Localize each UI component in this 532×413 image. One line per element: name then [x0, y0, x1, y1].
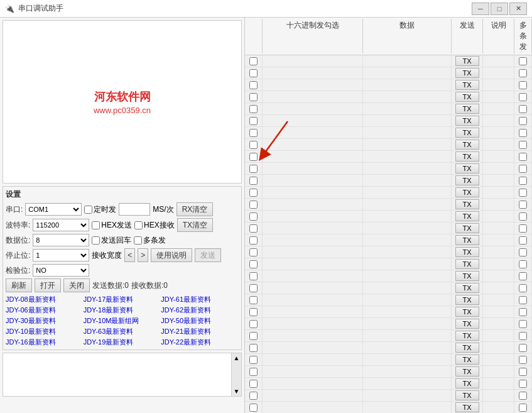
data-bits-select[interactable]: 5678	[33, 234, 89, 246]
send-row-tx-button[interactable]: TX	[455, 68, 479, 78]
send-row-multi-checkbox[interactable]	[519, 320, 527, 328]
send-row-hex-checkbox[interactable]	[249, 332, 258, 340]
send-row-hex-checkbox[interactable]	[249, 105, 258, 113]
send-row-hex-checkbox[interactable]	[249, 165, 258, 173]
send-row-tx-button[interactable]: TX	[455, 211, 479, 221]
send-row-data-input[interactable]	[364, 104, 450, 114]
send-row-multi-checkbox[interactable]	[519, 129, 527, 137]
link-item[interactable]: JDY-22最新资料	[161, 338, 239, 347]
send-row-multi-checkbox[interactable]	[519, 141, 527, 149]
send-row-note-input[interactable]	[484, 402, 513, 412]
send-row-tx-button[interactable]: TX	[455, 163, 479, 173]
send-row-hex-checkbox[interactable]	[249, 392, 258, 400]
send-row-data-input[interactable]	[364, 343, 450, 353]
link-item[interactable]: JDY-10M最新组网	[84, 316, 161, 326]
send-row-tx-button[interactable]: TX	[455, 151, 479, 162]
rx-clear-button[interactable]: RX清空	[176, 202, 214, 216]
send-row-tx-button[interactable]: TX	[455, 116, 479, 126]
send-row-note-input[interactable]	[484, 116, 513, 126]
send-row-hex-checkbox[interactable]	[249, 69, 258, 77]
send-row-note-input[interactable]	[484, 271, 513, 281]
send-row-hex-checkbox[interactable]	[249, 224, 258, 233]
send-row-hex-checkbox[interactable]	[249, 344, 258, 352]
send-row-hex-checkbox[interactable]	[249, 308, 258, 316]
maximize-button[interactable]: □	[491, 3, 508, 15]
send-row-hex-checkbox[interactable]	[249, 129, 258, 137]
send-row-multi-checkbox[interactable]	[519, 105, 527, 113]
send-row-tx-button[interactable]: TX	[455, 307, 479, 317]
send-row-multi-checkbox[interactable]	[519, 272, 527, 280]
send-row-tx-button[interactable]: TX	[455, 199, 479, 209]
send-row-data-input[interactable]	[364, 92, 450, 102]
send-row-note-input[interactable]	[484, 68, 513, 78]
send-row-note-input[interactable]	[484, 295, 513, 305]
send-row-data-input[interactable]	[364, 390, 450, 400]
send-row-tx-button[interactable]: TX	[455, 271, 479, 281]
send-row-data-input[interactable]	[364, 140, 450, 150]
send-row-hex-checkbox[interactable]	[249, 153, 258, 161]
link-item[interactable]: JDY-30最新资料	[6, 316, 84, 326]
multi-send-checkbox[interactable]	[134, 236, 142, 245]
send-row-note-input[interactable]	[484, 80, 513, 90]
send-row-hex-checkbox[interactable]	[249, 212, 258, 221]
usage-help-button[interactable]: 使用说明	[151, 248, 192, 262]
send-row-data-input[interactable]	[364, 295, 450, 305]
send-row-data-input[interactable]	[364, 151, 450, 162]
send-row-data-input[interactable]	[364, 283, 450, 293]
send-row-note-input[interactable]	[484, 390, 513, 400]
send-row-data-input[interactable]	[364, 116, 450, 126]
send-row-note-input[interactable]	[484, 104, 513, 114]
send-row-multi-checkbox[interactable]	[519, 260, 527, 268]
send-row-hex-checkbox[interactable]	[249, 57, 258, 65]
send-row-tx-button[interactable]: TX	[455, 390, 479, 400]
send-row-tx-button[interactable]: TX	[455, 343, 479, 353]
send-row-data-input[interactable]	[364, 68, 450, 78]
scroll-down-arrow[interactable]: ▼	[234, 388, 240, 395]
send-row-hex-checkbox[interactable]	[249, 380, 258, 388]
tx-clear-button[interactable]: TX清空	[177, 218, 213, 232]
send-row-note-input[interactable]	[484, 283, 513, 293]
send-row-data-input[interactable]	[364, 211, 450, 221]
link-item[interactable]: JDY-08最新资料	[6, 295, 84, 304]
send-row-tx-button[interactable]: TX	[455, 128, 479, 138]
send-row-data-input[interactable]	[364, 163, 450, 173]
send-row-note-input[interactable]	[484, 151, 513, 162]
recv-width-greater-button[interactable]: >	[138, 248, 148, 262]
send-row-hex-checkbox[interactable]	[249, 260, 258, 268]
send-row-hex-checkbox[interactable]	[249, 201, 258, 209]
hex-send-checkbox[interactable]	[92, 221, 100, 229]
send-row-multi-checkbox[interactable]	[519, 308, 527, 316]
send-row-data-input[interactable]	[364, 80, 450, 90]
send-row-tx-button[interactable]: TX	[455, 402, 479, 412]
send-row-multi-checkbox[interactable]	[519, 392, 527, 400]
send-row-tx-button[interactable]: TX	[455, 378, 479, 388]
send-row-note-input[interactable]	[484, 199, 513, 209]
send-row-tx-button[interactable]: TX	[455, 366, 479, 377]
send-row-data-input[interactable]	[364, 366, 450, 377]
link-item[interactable]: JDY-06最新资料	[6, 306, 84, 315]
send-row-note-input[interactable]	[484, 223, 513, 233]
link-item[interactable]: JDY-63最新资料	[84, 327, 161, 336]
send-row-data-input[interactable]	[364, 259, 450, 269]
send-row-multi-checkbox[interactable]	[519, 93, 527, 101]
send-row-note-input[interactable]	[484, 128, 513, 138]
send-row-note-input[interactable]	[484, 235, 513, 245]
send-row-hex-checkbox[interactable]	[249, 248, 258, 256]
send-row-tx-button[interactable]: TX	[455, 331, 479, 341]
hex-recv-checkbox[interactable]	[134, 221, 143, 229]
send-row-multi-checkbox[interactable]	[519, 248, 527, 256]
send-row-note-input[interactable]	[484, 366, 513, 377]
send-row-data-input[interactable]	[364, 247, 450, 257]
send-row-tx-button[interactable]: TX	[455, 92, 479, 102]
timed-send-checkbox[interactable]	[84, 206, 92, 214]
send-row-tx-button[interactable]: TX	[455, 80, 479, 90]
send-row-data-input[interactable]	[364, 307, 450, 317]
send-row-note-input[interactable]	[484, 343, 513, 353]
check-bit-select[interactable]: NOODDEVEN	[33, 264, 89, 277]
send-row-hex-checkbox[interactable]	[249, 404, 258, 412]
send-row-data-input[interactable]	[364, 378, 450, 388]
close-button[interactable]: ✕	[509, 3, 527, 15]
send-row-multi-checkbox[interactable]	[519, 236, 527, 245]
send-row-hex-checkbox[interactable]	[249, 117, 258, 125]
send-row-note-input[interactable]	[484, 140, 513, 150]
